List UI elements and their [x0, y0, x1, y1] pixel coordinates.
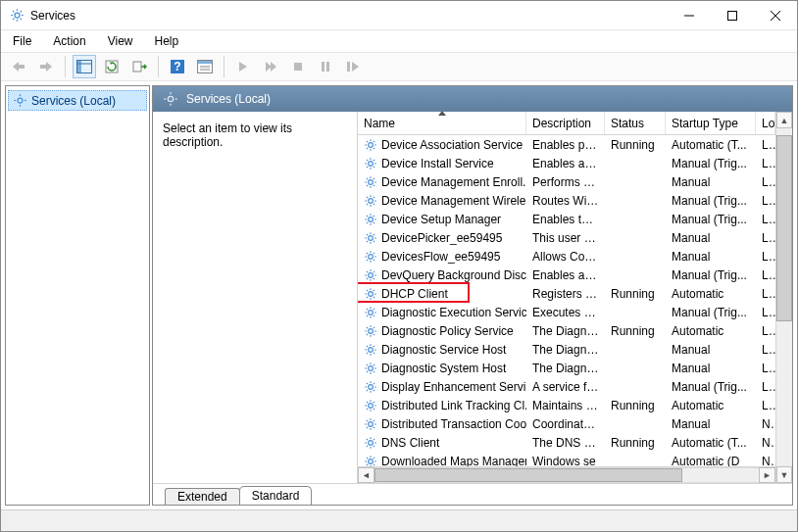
- svg-line-155: [367, 370, 368, 371]
- svg-line-73: [374, 203, 374, 204]
- cell-startup: Automatic: [666, 287, 756, 301]
- menu-action[interactable]: Action: [49, 32, 89, 50]
- cell-startup: Manual: [666, 362, 756, 375]
- cell-logon: Loc: [756, 343, 775, 357]
- pause-button[interactable]: [314, 55, 337, 78]
- table-row[interactable]: Diagnostic System HostThe Diagno...Manua…: [358, 359, 775, 377]
- maximize-button[interactable]: [711, 1, 754, 30]
- table-row[interactable]: Display Enhancement ServiceA service fo.…: [358, 377, 775, 396]
- table-row[interactable]: Device Management Wirele...Routes Wire..…: [358, 191, 775, 210]
- cell-status: Running: [605, 287, 666, 301]
- table-row[interactable]: DevicesFlow_ee59495Allows Con...ManualLo…: [358, 247, 775, 266]
- table-row[interactable]: Diagnostic Policy ServiceThe Diagno...Ru…: [358, 321, 775, 340]
- show-hide-tree-button[interactable]: [73, 55, 96, 78]
- cell-startup: Automatic (T...: [666, 138, 756, 152]
- table-row[interactable]: Downloaded Maps ManagerWindows seAutomat…: [358, 452, 775, 466]
- svg-line-192: [374, 438, 374, 439]
- cell-description: Enables the ...: [526, 213, 605, 226]
- cell-startup: Manual: [666, 250, 756, 264]
- horizontal-scrollbar[interactable]: ◄ ►: [358, 466, 775, 483]
- svg-line-181: [374, 426, 374, 427]
- vscroll-thumb[interactable]: [776, 135, 792, 321]
- tab-standard[interactable]: Standard: [239, 486, 313, 505]
- svg-line-56: [367, 166, 368, 167]
- svg-line-128: [367, 314, 368, 315]
- cell-description: Enables app...: [526, 268, 605, 282]
- start-all-button[interactable]: [259, 55, 282, 78]
- svg-line-81: [367, 215, 368, 216]
- svg-rect-27: [322, 62, 324, 72]
- table-row[interactable]: DevicePicker_ee59495This user se...Manua…: [358, 228, 775, 247]
- svg-line-147: [374, 345, 374, 346]
- table-row[interactable]: DNS ClientThe DNS Cli...RunningAutomatic…: [358, 433, 775, 452]
- minimize-button[interactable]: [668, 1, 711, 30]
- cell-name: Distributed Transaction Coo...: [358, 417, 526, 431]
- svg-point-76: [369, 217, 374, 221]
- table-row[interactable]: Distributed Link Tracking Cl...Maintains…: [358, 396, 775, 414]
- svg-line-127: [374, 314, 374, 315]
- svg-point-67: [369, 198, 374, 203]
- refresh-button[interactable]: [100, 55, 124, 78]
- scroll-right-arrow-icon[interactable]: ►: [759, 467, 775, 483]
- tree-pane[interactable]: Services (Local): [5, 85, 150, 506]
- table-row[interactable]: Diagnostic Service HostThe Diagno...Manu…: [358, 340, 775, 359]
- export-list-button[interactable]: [127, 55, 151, 78]
- table-row[interactable]: DevQuery Background Disc...Enables app..…: [358, 266, 775, 284]
- gear-icon: [364, 362, 377, 375]
- svg-point-40: [369, 142, 374, 147]
- column-header-logon[interactable]: Log: [756, 112, 775, 134]
- gear-icon: [364, 157, 377, 170]
- stop-button[interactable]: [286, 55, 310, 78]
- forward-button[interactable]: [34, 55, 58, 78]
- svg-rect-23: [198, 61, 212, 64]
- svg-line-101: [367, 259, 368, 260]
- table-row[interactable]: Device Setup ManagerEnables the ...Manua…: [358, 210, 775, 228]
- scroll-up-arrow-icon[interactable]: ▲: [776, 112, 792, 128]
- svg-line-93: [374, 233, 374, 234]
- cell-name: Display Enhancement Service: [358, 380, 526, 394]
- table-row[interactable]: Distributed Transaction Coo...Coordinate…: [358, 414, 775, 433]
- hscroll-thumb[interactable]: [374, 468, 682, 482]
- scroll-down-arrow-icon[interactable]: ▼: [776, 466, 792, 483]
- svg-point-148: [369, 365, 374, 370]
- properties-button[interactable]: [193, 55, 217, 78]
- close-button[interactable]: [754, 1, 797, 30]
- services-list[interactable]: Device Association ServiceEnables pair..…: [358, 135, 775, 466]
- svg-point-35: [168, 96, 173, 101]
- restart-button[interactable]: [341, 55, 365, 78]
- scroll-left-arrow-icon[interactable]: ◄: [358, 467, 374, 483]
- table-row[interactable]: Device Install ServiceEnables a c...Manu…: [358, 154, 775, 172]
- cell-startup: Manual: [666, 417, 756, 431]
- start-button[interactable]: [231, 55, 255, 78]
- cell-name: Diagnostic Service Host: [358, 343, 526, 357]
- table-row[interactable]: Device Management Enroll...Performs D...…: [358, 172, 775, 191]
- menu-help[interactable]: Help: [151, 32, 183, 50]
- svg-rect-26: [294, 63, 302, 71]
- gear-icon: [364, 287, 377, 301]
- cell-name: Device Install Service: [358, 157, 526, 170]
- svg-line-111: [374, 270, 374, 271]
- column-header-description[interactable]: Description: [526, 112, 605, 134]
- column-header-status[interactable]: Status: [605, 112, 666, 134]
- column-header-name[interactable]: Name: [358, 112, 526, 134]
- menu-file[interactable]: File: [9, 32, 35, 50]
- table-row[interactable]: Device Association ServiceEnables pair..…: [358, 135, 775, 154]
- column-header-startup-type[interactable]: Startup Type: [666, 112, 756, 134]
- titlebar[interactable]: Services: [1, 1, 797, 30]
- vertical-scrollbar[interactable]: ▲ ▼: [775, 112, 792, 483]
- table-row[interactable]: DHCP ClientRegisters an...RunningAutomat…: [358, 284, 775, 303]
- help-button[interactable]: ?: [166, 55, 189, 78]
- tree-item-services-local[interactable]: Services (Local): [8, 90, 147, 111]
- svg-point-58: [369, 179, 374, 184]
- back-button[interactable]: [7, 55, 30, 78]
- svg-line-108: [367, 270, 368, 271]
- svg-line-201: [374, 457, 374, 458]
- svg-line-6: [20, 19, 21, 20]
- cell-name: Distributed Link Tracking Cl...: [358, 399, 526, 412]
- table-row[interactable]: Diagnostic Execution ServiceExecutes dia…: [358, 303, 775, 321]
- cell-description: Routes Wire...: [526, 194, 605, 208]
- menu-view[interactable]: View: [104, 32, 137, 50]
- svg-point-121: [369, 310, 374, 314]
- tab-extended[interactable]: Extended: [165, 488, 240, 505]
- cell-logon: Loc: [756, 399, 775, 412]
